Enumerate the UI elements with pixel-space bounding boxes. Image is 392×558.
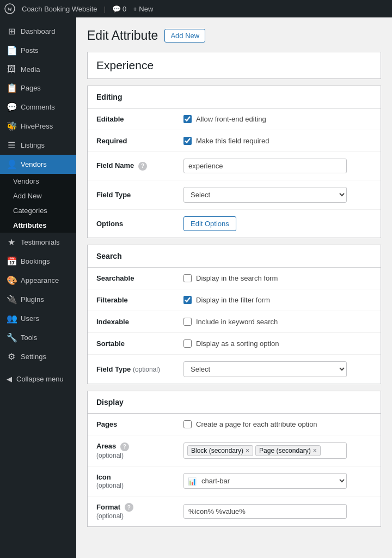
sidebar-item-hivepress[interactable]: 🐝 HivePress bbox=[0, 117, 76, 136]
comment-icon: 💬 bbox=[112, 5, 121, 13]
sidebar-item-vendors[interactable]: 👤 Vendors bbox=[0, 155, 76, 174]
sidebar-label-plugins: Plugins bbox=[21, 295, 44, 304]
field-type-select[interactable]: Select Text Number Date Checkboxes bbox=[183, 187, 347, 203]
sortable-label: Sortable bbox=[88, 333, 175, 355]
collapse-menu-button[interactable]: ◀ Collapse menu bbox=[0, 371, 76, 387]
admin-bar-site-link[interactable]: Coach Booking Website bbox=[22, 5, 97, 13]
sidebar-sub-attributes[interactable]: Attributes bbox=[0, 218, 76, 233]
areas-help-icon[interactable]: ? bbox=[120, 442, 129, 451]
field-type-row: Field Type Select Text Number Date Check… bbox=[88, 180, 381, 210]
areas-tag-container[interactable]: Block (secondary) × Page (secondary) × bbox=[183, 442, 347, 459]
collapse-label: Collapse menu bbox=[16, 375, 64, 383]
plugins-icon: 🔌 bbox=[7, 294, 16, 305]
sidebar-item-plugins[interactable]: 🔌 Plugins bbox=[0, 290, 76, 309]
sidebar-item-comments[interactable]: 💬 Comments bbox=[0, 98, 76, 117]
indexable-label: Indexable bbox=[88, 311, 175, 333]
sidebar-item-media[interactable]: 🖼 Media bbox=[0, 60, 76, 78]
required-checkbox[interactable] bbox=[183, 137, 192, 145]
editable-checkbox[interactable] bbox=[183, 115, 192, 123]
sidebar-label-settings: Settings bbox=[21, 353, 46, 361]
page-title: Edit Attribute bbox=[87, 28, 158, 43]
format-control bbox=[175, 496, 381, 526]
users-icon: 👥 bbox=[7, 313, 16, 324]
sidebar-item-appearance[interactable]: 🎨 Appearance bbox=[0, 271, 76, 290]
collapse-icon: ◀ bbox=[7, 375, 12, 383]
sidebar-label-bookings: Bookings bbox=[21, 257, 50, 265]
search-field-type-label: Field Type (optional) bbox=[88, 355, 175, 384]
field-type-control: Select Text Number Date Checkboxes bbox=[175, 180, 381, 210]
filterable-row: Filterable Display in the filter form bbox=[88, 289, 381, 311]
editing-form-table: Editable Allow front-end editing Require… bbox=[88, 108, 381, 238]
format-input[interactable] bbox=[183, 504, 347, 519]
admin-bar-divider: | bbox=[104, 5, 106, 13]
media-icon: 🖼 bbox=[7, 64, 16, 74]
editing-section-title: Editing bbox=[88, 86, 381, 108]
sidebar-sub-categories[interactable]: Categories bbox=[0, 203, 76, 218]
required-control: Make this field required bbox=[175, 130, 381, 152]
tag-page-secondary-remove[interactable]: × bbox=[313, 447, 317, 454]
editable-label: Editable bbox=[88, 108, 175, 130]
search-field-type-row: Field Type (optional) Select Text Number bbox=[88, 355, 381, 384]
areas-optional: (optional) bbox=[96, 452, 124, 459]
sidebar-item-listings[interactable]: ☰ Listings bbox=[0, 136, 76, 155]
sidebar-item-dashboard[interactable]: ⊞ Dashboard bbox=[0, 22, 76, 41]
add-new-button[interactable]: Add New bbox=[164, 29, 205, 43]
sortable-row: Sortable Display as a sorting option bbox=[88, 333, 381, 355]
icon-select[interactable]: chart-bar star heart check bbox=[183, 473, 347, 489]
editable-checkbox-label: Allow front-end editing bbox=[196, 115, 266, 123]
icon-chart-bar-icon: 📊 bbox=[188, 477, 197, 485]
sidebar-item-bookings[interactable]: 📅 Bookings bbox=[0, 252, 76, 271]
icon-optional: (optional) bbox=[96, 482, 124, 489]
attribute-name-input[interactable] bbox=[96, 59, 372, 72]
posts-icon: 📄 bbox=[7, 45, 16, 56]
field-name-help-icon[interactable]: ? bbox=[138, 162, 147, 171]
hivepress-icon: 🐝 bbox=[7, 121, 16, 131]
sidebar-sub-vendors[interactable]: Vendors bbox=[0, 174, 76, 189]
sidebar-item-testimonials[interactable]: ★ Testimonials bbox=[0, 233, 76, 252]
sidebar-item-pages[interactable]: 📋 Pages bbox=[0, 78, 76, 98]
sortable-control: Display as a sorting option bbox=[175, 333, 381, 355]
admin-bar-comments[interactable]: 💬 0 bbox=[112, 5, 126, 13]
tag-block-secondary-label: Block (secondary) bbox=[191, 447, 243, 454]
admin-bar-new[interactable]: + New bbox=[133, 5, 153, 13]
searchable-row: Searchable Display in the search form bbox=[88, 268, 381, 289]
sortable-checkbox-label: Display as a sorting option bbox=[196, 339, 279, 348]
pages-label: Pages bbox=[88, 414, 175, 435]
filterable-checkbox[interactable] bbox=[183, 296, 192, 304]
field-type-label: Field Type bbox=[88, 180, 175, 210]
field-name-input[interactable] bbox=[183, 159, 347, 173]
bookings-icon: 📅 bbox=[7, 256, 16, 266]
tag-block-secondary: Block (secondary) × bbox=[187, 445, 253, 456]
listings-icon: ☰ bbox=[7, 140, 16, 150]
format-help-icon[interactable]: ? bbox=[125, 503, 133, 512]
sidebar-sub-add-new[interactable]: Add New bbox=[0, 189, 76, 203]
sidebar-label-appearance: Appearance bbox=[21, 276, 59, 284]
indexable-row: Indexable Include in keyword search bbox=[88, 311, 381, 333]
searchable-checkbox[interactable] bbox=[183, 274, 192, 282]
areas-label: Areas ? (optional) bbox=[88, 435, 175, 466]
dashboard-icon: ⊞ bbox=[7, 26, 16, 37]
filterable-control: Display in the filter form bbox=[175, 289, 381, 311]
tag-block-secondary-remove[interactable]: × bbox=[246, 447, 249, 454]
indexable-checkbox[interactable] bbox=[183, 318, 192, 326]
sidebar-label-media: Media bbox=[21, 65, 40, 74]
sidebar-item-users[interactable]: 👥 Users bbox=[0, 309, 76, 328]
options-label: Options bbox=[88, 210, 175, 238]
required-row: Required Make this field required bbox=[88, 130, 381, 152]
sidebar-label-testimonials: Testimonials bbox=[21, 238, 60, 246]
tag-page-secondary: Page (secondary) × bbox=[255, 445, 321, 456]
sidebar-item-posts[interactable]: 📄 Posts bbox=[0, 41, 76, 60]
pages-checkbox-label: Create a page for each attribute option bbox=[196, 420, 317, 428]
sortable-checkbox[interactable] bbox=[183, 339, 192, 348]
tools-icon: 🔧 bbox=[7, 332, 16, 343]
sidebar-item-tools[interactable]: 🔧 Tools bbox=[0, 328, 76, 347]
tag-page-secondary-label: Page (secondary) bbox=[259, 447, 311, 454]
comments-count: 0 bbox=[122, 5, 126, 13]
pages-checkbox[interactable] bbox=[183, 420, 192, 428]
main-content: Edit Attribute Add New Editing Editable … bbox=[76, 17, 392, 558]
sidebar-item-settings[interactable]: ⚙ Settings bbox=[0, 347, 76, 366]
search-field-type-optional: (optional) bbox=[133, 366, 160, 373]
edit-options-button[interactable]: Edit Options bbox=[183, 216, 236, 231]
wp-logo-icon: W bbox=[4, 3, 15, 14]
search-field-type-select[interactable]: Select Text Number bbox=[183, 361, 347, 377]
